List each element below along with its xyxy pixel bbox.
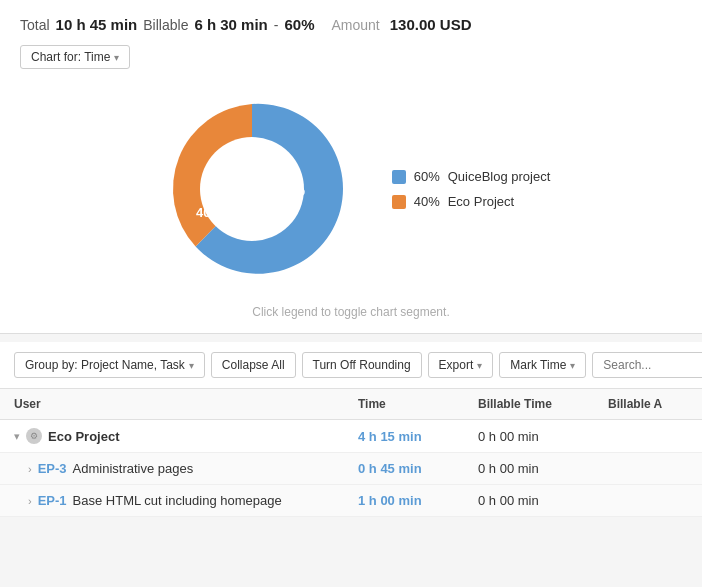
task-billable-time-2: 0 h 00 min xyxy=(478,493,608,508)
chart-for-button[interactable]: Chart for: Time ▾ xyxy=(20,45,130,69)
toolbar: Group by: Project Name, Task ▾ Collapse … xyxy=(0,342,702,389)
billable-pct: 60% xyxy=(284,16,314,33)
legend-item-orange[interactable]: 40% Eco Project xyxy=(392,194,551,209)
col-time: Time xyxy=(358,397,478,411)
project-icon: ⚙ xyxy=(26,428,42,444)
mark-time-caret: ▾ xyxy=(570,360,575,371)
task-name-2: Base HTML cut including homepage xyxy=(73,493,282,508)
chart-legend: 60% QuiceBlog project 40% Eco Project xyxy=(392,169,551,209)
collapse-all-button[interactable]: Collapse All xyxy=(211,352,296,378)
chart-for-caret: ▾ xyxy=(114,52,119,63)
summary-bar: Total 10 h 45 min Billable 6 h 30 min - … xyxy=(20,16,682,33)
dash: - xyxy=(274,17,279,33)
collapse-icon[interactable]: ▾ xyxy=(14,430,20,443)
group-by-caret: ▾ xyxy=(189,360,194,371)
legend-pct-orange: 40% xyxy=(414,194,440,209)
chart-for-label: Chart for: Time xyxy=(31,50,110,64)
legend-color-blue xyxy=(392,170,406,184)
project-row-label: ▾ ⚙ Eco Project xyxy=(14,428,358,444)
mark-time-button[interactable]: Mark Time ▾ xyxy=(499,352,586,378)
turn-off-rounding-label: Turn Off Rounding xyxy=(313,358,411,372)
search-input[interactable] xyxy=(592,352,702,378)
legend-label-blue: QuiceBlog project xyxy=(448,169,551,184)
task-time: 0 h 45 min xyxy=(358,461,478,476)
task-code-2: EP-1 xyxy=(38,493,67,508)
table-row: › EP-1 Base HTML cut including homepage … xyxy=(0,485,702,517)
task-time-2: 1 h 00 min xyxy=(358,493,478,508)
task-expand-icon[interactable]: › xyxy=(28,463,32,475)
svg-text:60%: 60% xyxy=(279,183,305,198)
svg-text:40%: 40% xyxy=(196,205,222,220)
export-caret: ▾ xyxy=(477,360,482,371)
donut-chart: 60% 40% xyxy=(152,89,352,289)
chart-hint: Click legend to toggle chart segment. xyxy=(20,299,682,333)
project-time: 4 h 15 min xyxy=(358,429,478,444)
table-row: › EP-3 Administrative pages 0 h 45 min 0… xyxy=(0,453,702,485)
export-label: Export xyxy=(439,358,474,372)
project-billable-time: 0 h 00 min xyxy=(478,429,608,444)
collapse-all-label: Collapse All xyxy=(222,358,285,372)
task-expand-icon-2[interactable]: › xyxy=(28,495,32,507)
table-row: ▾ ⚙ Eco Project 4 h 15 min 0 h 00 min xyxy=(0,420,702,453)
turn-off-rounding-button[interactable]: Turn Off Rounding xyxy=(302,352,422,378)
group-by-button[interactable]: Group by: Project Name, Task ▾ xyxy=(14,352,205,378)
export-button[interactable]: Export ▾ xyxy=(428,352,494,378)
legend-color-orange xyxy=(392,195,406,209)
billable-label: Billable xyxy=(143,17,188,33)
chart-controls: Chart for: Time ▾ xyxy=(20,45,682,69)
total-value: 10 h 45 min xyxy=(56,16,138,33)
task-billable-time: 0 h 00 min xyxy=(478,461,608,476)
total-label: Total xyxy=(20,17,50,33)
col-billable-time: Billable Time xyxy=(478,397,608,411)
legend-item-blue[interactable]: 60% QuiceBlog project xyxy=(392,169,551,184)
project-name: Eco Project xyxy=(48,429,120,444)
mark-time-label: Mark Time xyxy=(510,358,566,372)
task-row-label-2: › EP-1 Base HTML cut including homepage xyxy=(28,493,358,508)
table-header: User Time Billable Time Billable A xyxy=(0,389,702,420)
group-by-label: Group by: Project Name, Task xyxy=(25,358,185,372)
amount-value: 130.00 USD xyxy=(390,16,472,33)
top-section: Total 10 h 45 min Billable 6 h 30 min - … xyxy=(0,0,702,334)
task-name: Administrative pages xyxy=(73,461,194,476)
col-billable-amount: Billable A xyxy=(608,397,688,411)
billable-value: 6 h 30 min xyxy=(194,16,267,33)
task-code: EP-3 xyxy=(38,461,67,476)
bottom-section: Group by: Project Name, Task ▾ Collapse … xyxy=(0,342,702,517)
task-row-label: › EP-3 Administrative pages xyxy=(28,461,358,476)
legend-pct-blue: 60% xyxy=(414,169,440,184)
chart-area: 60% 40% 60% QuiceBlog project 40% Eco Pr… xyxy=(20,79,682,299)
legend-label-orange: Eco Project xyxy=(448,194,514,209)
col-user: User xyxy=(14,397,358,411)
amount-label: Amount xyxy=(324,17,379,33)
